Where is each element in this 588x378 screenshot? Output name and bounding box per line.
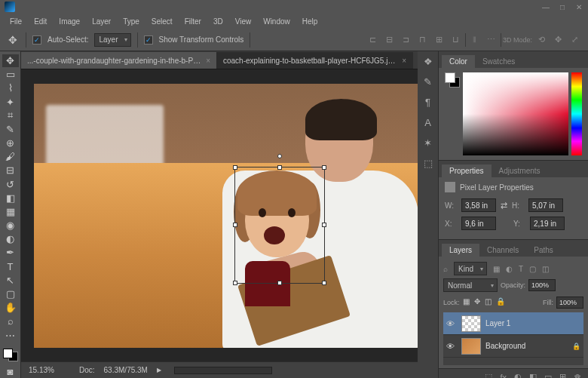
maximize-button[interactable]: □ bbox=[558, 2, 567, 11]
channels-tab[interactable]: Channels bbox=[479, 244, 526, 257]
marquee-tool[interactable]: ▭ bbox=[2, 68, 19, 81]
menu-select[interactable]: Select bbox=[146, 16, 178, 27]
3d-slide-icon[interactable]: ⤢ bbox=[567, 33, 582, 47]
dodge-tool[interactable]: ◐ bbox=[2, 232, 19, 245]
mask-icon[interactable]: ◐ bbox=[514, 372, 522, 378]
menu-3d[interactable]: 3D bbox=[208, 16, 228, 27]
layer-item[interactable]: 👁 Layer 1 bbox=[443, 312, 583, 335]
filter-type-icon[interactable]: T bbox=[519, 265, 523, 273]
edit-toolbar-icon[interactable]: ⋯ bbox=[2, 328, 19, 341]
auto-select-checkbox[interactable]: ✓ bbox=[32, 35, 41, 45]
menu-type[interactable]: Type bbox=[118, 16, 145, 27]
hue-slider[interactable] bbox=[571, 72, 582, 155]
crop-tool[interactable]: ⌗ bbox=[2, 109, 19, 122]
filter-smart-icon[interactable]: ◫ bbox=[542, 265, 549, 273]
align-center-h-icon[interactable]: ⊟ bbox=[382, 33, 397, 47]
path-select-tool[interactable]: ↖ bbox=[2, 274, 19, 287]
styles-panel-icon[interactable]: ✶ bbox=[424, 137, 432, 149]
auto-select-mode-dropdown[interactable]: Layer bbox=[94, 33, 130, 47]
align-top-icon[interactable]: ⊓ bbox=[415, 33, 430, 47]
menu-edit[interactable]: Edit bbox=[29, 16, 52, 27]
filter-kind-dropdown[interactable]: Kind bbox=[454, 262, 487, 275]
close-button[interactable]: ✕ bbox=[574, 2, 583, 11]
layer-item[interactable]: 👁 Background 🔒 bbox=[443, 335, 583, 358]
align-middle-icon[interactable]: ⊞ bbox=[432, 33, 447, 47]
brush-tool[interactable]: 🖌 bbox=[2, 150, 19, 163]
lock-artboard-icon[interactable]: ◫ bbox=[485, 297, 492, 306]
paths-tab[interactable]: Paths bbox=[526, 244, 561, 257]
swatches-tab[interactable]: Swatches bbox=[475, 55, 522, 68]
layers-tab[interactable]: Layers bbox=[442, 244, 479, 257]
menu-filter[interactable]: Filter bbox=[179, 16, 207, 27]
overflow-icon[interactable]: ⋯ bbox=[484, 33, 499, 47]
show-transform-checkbox[interactable]: ✓ bbox=[144, 35, 153, 45]
lock-all-icon[interactable]: 🔒 bbox=[496, 297, 505, 306]
blend-mode-dropdown[interactable]: Normal bbox=[443, 278, 498, 292]
status-menu-icon[interactable]: ▶ bbox=[157, 367, 161, 373]
menu-help[interactable]: Help bbox=[297, 16, 323, 27]
move-tool[interactable]: ✥ bbox=[2, 54, 19, 67]
align-left-icon[interactable]: ⊏ bbox=[366, 33, 381, 47]
magic-wand-tool[interactable]: ✦ bbox=[2, 96, 19, 109]
zoom-tool[interactable]: ⌕ bbox=[2, 315, 19, 327]
align-bottom-icon[interactable]: ⊔ bbox=[449, 33, 464, 47]
filter-adjust-icon[interactable]: ◐ bbox=[506, 265, 513, 273]
layer-thumbnail[interactable] bbox=[461, 338, 481, 355]
color-chips[interactable] bbox=[3, 349, 18, 361]
filter-kind-icon[interactable]: ⌕ bbox=[443, 265, 448, 273]
minimize-button[interactable]: — bbox=[541, 2, 550, 11]
visibility-icon[interactable]: 👁 bbox=[446, 342, 457, 351]
menu-view[interactable]: View bbox=[230, 16, 257, 27]
visibility-icon[interactable]: 👁 bbox=[446, 319, 457, 328]
document-tab-1[interactable]: ...-couple-with-grandaughter-gardening-i… bbox=[21, 52, 217, 69]
color-tab[interactable]: Color bbox=[442, 55, 475, 68]
document-tab-2[interactable]: coach-explaining-to-basketball-player-HC… bbox=[217, 52, 413, 69]
3d-pan-icon[interactable]: ✥ bbox=[550, 33, 565, 47]
x-input[interactable] bbox=[461, 217, 496, 230]
layer-name[interactable]: Layer 1 bbox=[485, 319, 510, 327]
eraser-tool[interactable]: ◧ bbox=[2, 192, 19, 204]
pen-tool[interactable]: ✒ bbox=[2, 246, 19, 259]
link-layers-icon[interactable]: ⬚ bbox=[485, 372, 492, 378]
status-scrollbar[interactable] bbox=[174, 367, 272, 374]
layer-name[interactable]: Background bbox=[485, 342, 525, 350]
fx-icon[interactable]: fx bbox=[500, 373, 507, 379]
eyedropper-tool[interactable]: ✎ bbox=[2, 123, 19, 136]
close-tab-icon[interactable]: × bbox=[206, 57, 210, 65]
healing-brush-tool[interactable]: ⊕ bbox=[2, 137, 19, 149]
filter-shape-icon[interactable]: ▢ bbox=[529, 265, 536, 273]
group-icon[interactable]: ▭ bbox=[544, 372, 552, 378]
height-input[interactable] bbox=[528, 198, 563, 212]
properties-tab[interactable]: Properties bbox=[442, 164, 492, 177]
close-tab-icon[interactable]: × bbox=[402, 57, 406, 65]
blur-tool[interactable]: ◉ bbox=[2, 219, 19, 232]
color-field[interactable] bbox=[463, 72, 568, 155]
width-input[interactable] bbox=[461, 198, 496, 212]
link-wh-icon[interactable]: ⇄ bbox=[501, 201, 507, 211]
align-right-icon[interactable]: ⊐ bbox=[399, 33, 414, 47]
menu-window[interactable]: Window bbox=[258, 16, 296, 27]
new-layer-icon[interactable]: ⊞ bbox=[559, 372, 566, 378]
delete-layer-icon[interactable]: 🗑 bbox=[574, 373, 582, 379]
hand-tool[interactable]: ✋ bbox=[2, 301, 19, 314]
menu-layer[interactable]: Layer bbox=[87, 16, 116, 27]
canvas[interactable] bbox=[34, 84, 426, 348]
zoom-level[interactable]: 15.13% bbox=[29, 366, 70, 374]
y-input[interactable] bbox=[530, 217, 565, 230]
type-tool[interactable]: T bbox=[2, 260, 19, 273]
menu-image[interactable]: Image bbox=[54, 16, 85, 27]
clone-stamp-tool[interactable]: ⊟ bbox=[2, 164, 19, 177]
menu-file[interactable]: File bbox=[5, 16, 27, 27]
canvas-area[interactable] bbox=[21, 69, 439, 361]
foreground-background-swatch[interactable] bbox=[445, 72, 460, 88]
quick-mask-icon[interactable]: ◙ bbox=[2, 365, 19, 378]
filter-pixel-icon[interactable]: ▦ bbox=[493, 265, 500, 273]
3d-orbit-icon[interactable]: ⟲ bbox=[534, 33, 549, 47]
history-brush-tool[interactable]: ↺ bbox=[2, 178, 19, 191]
opacity-input[interactable] bbox=[528, 279, 556, 291]
brush-panel-icon[interactable]: ✎ bbox=[424, 76, 432, 88]
layer-thumbnail[interactable] bbox=[461, 315, 481, 332]
lasso-tool[interactable]: ⌇ bbox=[2, 81, 19, 94]
character-panel-icon[interactable]: A bbox=[424, 117, 431, 128]
adjustment-layer-icon[interactable]: ◧ bbox=[529, 372, 537, 378]
